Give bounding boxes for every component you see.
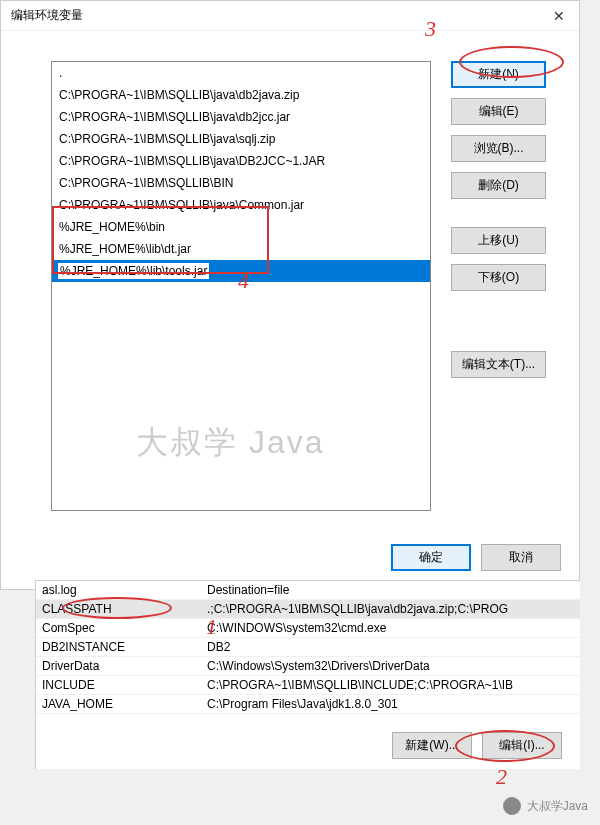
table-row[interactable]: DB2INSTANCE DB2 — [36, 638, 580, 657]
lower-edit-button[interactable]: 编辑(I)... — [482, 732, 562, 759]
var-name: DriverData — [36, 657, 201, 676]
var-value: C:\Program Files\Java\jdk1.8.0_301 — [201, 695, 580, 714]
movedown-button[interactable]: 下移(O) — [451, 264, 546, 291]
wechat-badge-text: 大叔学Java — [527, 798, 588, 815]
inline-edit-input[interactable]: %JRE_HOME%\lib\tools.jar — [57, 262, 210, 280]
var-value: DB2 — [201, 638, 580, 657]
new-button[interactable]: 新建(N) — [451, 61, 546, 88]
var-value: C:\PROGRA~1\IBM\SQLLIB\INCLUDE;C:\PROGRA… — [201, 676, 580, 695]
browse-button[interactable]: 浏览(B)... — [451, 135, 546, 162]
env-var-table[interactable]: asl.log Destination=file CLASSPATH .;C:\… — [36, 581, 580, 714]
var-name: CLASSPATH — [36, 600, 201, 619]
lower-footer: 新建(W)... 编辑(I)... — [36, 714, 580, 769]
list-item[interactable]: C:\PROGRA~1\IBM\SQLLIB\BIN — [52, 172, 430, 194]
wechat-badge: 大叔学Java — [503, 797, 588, 815]
list-item[interactable]: C:\PROGRA~1\IBM\SQLLIB\java\sqlj.zip — [52, 128, 430, 150]
dialog-title: 编辑环境变量 — [11, 7, 83, 24]
table-row[interactable]: JAVA_HOME C:\Program Files\Java\jdk1.8.0… — [36, 695, 580, 714]
var-value: Destination=file — [201, 581, 580, 600]
var-value: C:\WINDOWS\system32\cmd.exe — [201, 619, 580, 638]
var-value: .;C:\PROGRA~1\IBM\SQLLIB\java\db2java.zi… — [201, 600, 580, 619]
wechat-icon — [503, 797, 521, 815]
dialog-body: . C:\PROGRA~1\IBM\SQLLIB\java\db2java.zi… — [1, 31, 579, 526]
var-name: ComSpec — [36, 619, 201, 638]
delete-button[interactable]: 删除(D) — [451, 172, 546, 199]
table-row[interactable]: INCLUDE C:\PROGRA~1\IBM\SQLLIB\INCLUDE;C… — [36, 676, 580, 695]
path-list[interactable]: . C:\PROGRA~1\IBM\SQLLIB\java\db2java.zi… — [51, 61, 431, 511]
var-name: JAVA_HOME — [36, 695, 201, 714]
moveup-button[interactable]: 上移(U) — [451, 227, 546, 254]
edittext-button[interactable]: 编辑文本(T)... — [451, 351, 546, 378]
table-row[interactable]: ComSpec C:\WINDOWS\system32\cmd.exe — [36, 619, 580, 638]
edit-env-var-dialog: 编辑环境变量 ✕ . C:\PROGRA~1\IBM\SQLLIB\java\d… — [0, 0, 580, 590]
lower-new-button[interactable]: 新建(W)... — [392, 732, 472, 759]
list-item[interactable]: C:\PROGRA~1\IBM\SQLLIB\java\db2jcc.jar — [52, 106, 430, 128]
list-item[interactable]: C:\PROGRA~1\IBM\SQLLIB\java\db2java.zip — [52, 84, 430, 106]
close-icon[interactable]: ✕ — [539, 8, 579, 24]
var-name: DB2INSTANCE — [36, 638, 201, 657]
list-item-selected[interactable]: %JRE_HOME%\lib\tools.jar — [52, 260, 430, 282]
list-item[interactable]: %JRE_HOME%\bin — [52, 216, 430, 238]
list-item[interactable]: C:\PROGRA~1\IBM\SQLLIB\java\DB2JCC~1.JAR — [52, 150, 430, 172]
list-item[interactable]: %JRE_HOME%\lib\dt.jar — [52, 238, 430, 260]
system-vars-panel: asl.log Destination=file CLASSPATH .;C:\… — [35, 580, 580, 769]
side-button-column: 新建(N) 编辑(E) 浏览(B)... 删除(D) 上移(U) 下移(O) 编… — [451, 61, 546, 511]
ok-button[interactable]: 确定 — [391, 544, 471, 571]
cancel-button[interactable]: 取消 — [481, 544, 561, 571]
var-value: C:\Windows\System32\Drivers\DriverData — [201, 657, 580, 676]
var-name: INCLUDE — [36, 676, 201, 695]
list-item[interactable]: C:\PROGRA~1\IBM\SQLLIB\java\Common.jar — [52, 194, 430, 216]
list-item[interactable]: . — [52, 62, 430, 84]
table-row-selected[interactable]: CLASSPATH .;C:\PROGRA~1\IBM\SQLLIB\java\… — [36, 600, 580, 619]
dialog-titlebar: 编辑环境变量 ✕ — [1, 1, 579, 31]
edit-button[interactable]: 编辑(E) — [451, 98, 546, 125]
table-row[interactable]: DriverData C:\Windows\System32\Drivers\D… — [36, 657, 580, 676]
var-name: asl.log — [36, 581, 201, 600]
table-row[interactable]: asl.log Destination=file — [36, 581, 580, 600]
